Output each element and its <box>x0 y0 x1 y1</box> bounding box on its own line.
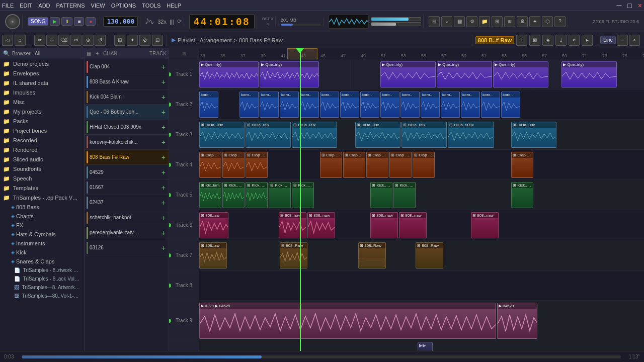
instrument-select[interactable]: 808 B..# Raw <box>475 36 514 44</box>
track-content-6[interactable]: ⊞ 808..aw ⊞ 808..naw ⊞ 808..naw ⊞ 808..n… <box>199 210 644 240</box>
cut-tool[interactable]: ✂ <box>70 35 82 46</box>
eq-btn[interactable]: ≋ <box>504 16 515 27</box>
sidebar-item-misc[interactable]: 📁 Misc <box>0 98 84 107</box>
clip-t6-5[interactable]: ⊞ 808..naw <box>471 212 499 238</box>
song-mode-btn[interactable]: SONG <box>28 17 48 26</box>
clip-t5-0[interactable]: ⊞ Kic..iam <box>199 182 221 208</box>
sidebar-item-packs[interactable]: 📁 Packs <box>0 117 84 126</box>
browser-btn[interactable]: 📁 <box>479 16 490 27</box>
sidebar-item-recorded[interactable]: 📁 Recorded <box>0 136 84 145</box>
window-maximize[interactable]: □ <box>627 2 631 10</box>
sidebar-item-myprojects[interactable]: 📁 My projects <box>0 107 84 117</box>
breadcrumb-playlist[interactable]: Playlist - Arrangement <box>178 37 232 43</box>
sidebar-file-3[interactable]: 🖼 TriSamples—8..Artwork-Square <box>0 283 84 292</box>
channel-item-2[interactable]: Kick 004 Blam + <box>85 89 169 105</box>
channel-item-0[interactable]: Clap 004 + <box>85 59 169 74</box>
clip-t2-1[interactable]: koro.. <box>199 92 218 118</box>
automation-clip[interactable]: ··· <box>199 258 227 266</box>
zoom-tool[interactable]: ⊕ <box>83 35 94 46</box>
sidebar-item-instruments[interactable]: ◈ Instruments <box>0 239 84 248</box>
channel-add-btn[interactable]: + <box>160 63 167 71</box>
clip-t6-0[interactable]: ⊞ 808..aw <box>199 212 228 238</box>
channel-add-btn[interactable]: + <box>160 78 167 86</box>
master-pitch[interactable] <box>371 22 421 26</box>
automation-clip[interactable]: ··· <box>280 258 307 266</box>
sidebar-item-impulses[interactable]: 📁 Impulses <box>0 88 84 98</box>
volume-btn[interactable]: ♩ <box>555 35 567 46</box>
track-label-9[interactable]: Track 9 <box>169 301 199 340</box>
channel-add-btn[interactable]: + <box>160 108 167 116</box>
help-btn[interactable]: ? <box>554 16 566 27</box>
track-content-5[interactable]: ⊞ Kic..iam ⊞ Kick..Blam ⊞ Kick..Blam ⊞ K… <box>199 180 644 210</box>
channel-add-btn[interactable]: + <box>160 123 167 131</box>
clip-t1-3[interactable]: ▶ Que..irty) <box>437 61 492 87</box>
menu-patterns[interactable]: PATTERNS <box>56 3 85 9</box>
channel-item-7[interactable]: 04529 + <box>85 165 169 180</box>
track-label-10[interactable]: Track 10 <box>169 341 199 351</box>
link-btn[interactable]: ⊘ <box>139 35 150 46</box>
clip-t2-13[interactable]: koro.. <box>461 92 480 118</box>
ruler-marks[interactable]: 33 35 37 39 41 43 45 47 49 51 53 55 57 5… <box>199 48 644 59</box>
track-label-3[interactable]: Track 3 <box>169 120 199 149</box>
clip-t1-4[interactable]: ▶ Que..irty) <box>493 61 548 87</box>
channel-add-btn[interactable]: + <box>160 199 167 207</box>
clip-t6-1[interactable]: ⊞ 808..naw <box>279 212 306 238</box>
move-btn[interactable]: ✦ <box>127 35 138 46</box>
clip-t5-2[interactable]: ⊞ Kick..Blam <box>246 182 268 208</box>
track-label-1[interactable]: Track 1 <box>169 59 199 89</box>
clip-t4-6[interactable]: ⊞ Clap 004 <box>389 152 412 178</box>
pencil-tool[interactable]: ✏ <box>34 35 45 46</box>
erase-tool[interactable]: ⌫ <box>58 35 69 46</box>
clip-t2-14[interactable]: koro.. <box>481 92 500 118</box>
sidebar-item-chants[interactable]: ◈ Chants <box>0 212 84 221</box>
channel-item-1[interactable]: 808 Bass A Knaw + <box>85 74 169 89</box>
track-label-7[interactable]: Track 7 <box>169 240 199 270</box>
clip-t1-2[interactable]: ▶ Que..irty) <box>380 61 436 87</box>
sidebar-item-speech[interactable]: 📁 Speech <box>0 174 84 184</box>
sidebar-item-slicedaudio[interactable]: 📁 Sliced audio <box>0 155 84 164</box>
clip-t4-8[interactable]: ⊞ Clap 004 <box>511 152 533 178</box>
sidebar-file-2[interactable]: 📄 TriSamples - 8..ack Vol 1 Demo <box>0 275 84 283</box>
channel-item-5[interactable]: korovny-kolokolchik... + <box>85 135 169 150</box>
solo-btn[interactable]: ◈ <box>542 35 553 46</box>
track-content-2[interactable]: kor.. koro.. koro.. koro.. koro.. koro..… <box>199 89 644 119</box>
track-label-4[interactable]: Track 4 <box>169 150 199 179</box>
track-content-1[interactable]: ▶ Que..irty) ▶ Que..irty) <box>199 59 644 89</box>
mute-tool[interactable]: ↺ <box>95 35 106 46</box>
select-tool[interactable]: ⊹ <box>46 35 57 46</box>
plugin-btn[interactable]: ⚙ <box>466 16 477 27</box>
clip-t4-7[interactable]: ⊞ Clap 004 <box>413 152 435 178</box>
clip-t1-5[interactable]: ▶ Que..irty) <box>561 61 617 87</box>
clip-t3-3[interactable]: ⊞ HiHa..09x <box>355 122 400 148</box>
channel-add-btn[interactable]: + <box>160 153 167 161</box>
clip-t5-1[interactable]: ⊞ Kick..Blam <box>222 182 245 208</box>
track-content-3[interactable]: ⊞ HiHa..09x ⊞ HiHa..09x ⊞ HiHa..09x ⊞ Hi… <box>199 120 644 149</box>
settings-btn[interactable]: ⚙ <box>517 16 528 27</box>
clip-t2-3[interactable]: koro.. <box>260 92 279 118</box>
sidebar-item-ilshared[interactable]: 📁 IL shared data <box>0 78 84 88</box>
piano-btn[interactable]: ♪ <box>441 16 452 27</box>
play-btn[interactable]: ▶ <box>50 17 60 26</box>
close-arrangement[interactable]: × <box>629 35 640 46</box>
menu-view[interactable]: VIEW <box>91 3 105 9</box>
clip-t4-5[interactable]: ⊞ Clap 004 <box>366 152 388 178</box>
master-volume[interactable] <box>371 17 421 21</box>
channel-add-btn[interactable]: + <box>160 168 167 176</box>
channel-item-6[interactable]: 808 Bass F# Raw + <box>85 150 169 165</box>
export-btn[interactable]: ⬡ <box>542 16 553 27</box>
window-minimize[interactable]: ─ <box>616 2 621 10</box>
clip-t6-4[interactable]: ⊞ 808..naw <box>399 212 427 238</box>
track-content-9[interactable]: ▶ 0..29 ▶ 04529 ▶ 04529 <box>199 301 644 341</box>
mixer-send-btn[interactable]: ⊠ <box>529 35 540 46</box>
sidebar-item-envelopes[interactable]: 📁 Envelopes <box>0 69 84 78</box>
track-label-8[interactable]: Track 8 <box>169 270 199 300</box>
sidebar-item-snaresclaps[interactable]: ◈ Snares & Claps <box>0 257 84 266</box>
menu-file[interactable]: FILE <box>2 3 14 9</box>
script-btn[interactable]: ✦ <box>529 16 540 27</box>
sidebar-item-demo[interactable]: 📁 Demo projects <box>0 59 84 69</box>
pause-btn[interactable]: ⏸ <box>61 17 72 26</box>
menu-tools[interactable]: TOOLS <box>142 3 160 9</box>
clip-t2-6[interactable]: koro.. <box>320 92 339 118</box>
clip-t4-4[interactable]: ⊞ Clap 004 <box>343 152 365 178</box>
clip-t9-1[interactable]: ▶ 04529 <box>497 303 537 339</box>
